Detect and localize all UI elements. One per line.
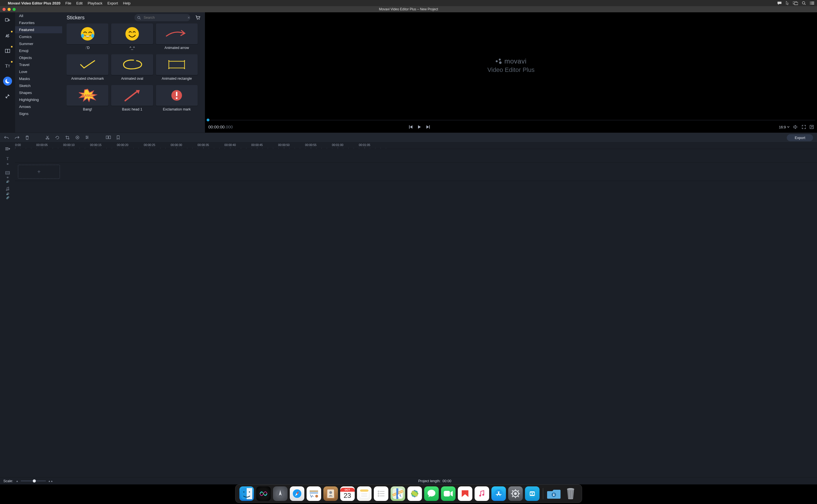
clear-search-icon[interactable]: × — [187, 15, 190, 20]
video-visibility-icon[interactable]: 👁 — [6, 176, 9, 179]
sticker-excl[interactable]: Exclamation mark — [156, 85, 198, 111]
tray-spotlight-icon[interactable] — [802, 1, 806, 5]
clip-properties-icon[interactable] — [85, 135, 89, 140]
mute-icon[interactable] — [794, 125, 798, 129]
undo-icon[interactable] — [4, 136, 9, 140]
sidebar-item-comics[interactable]: Comics — [15, 33, 62, 40]
sidebar-item-all[interactable]: All — [15, 12, 62, 19]
split-icon[interactable] — [45, 135, 50, 140]
sidebar-item-travel[interactable]: Travel — [15, 61, 62, 68]
track-header-audio[interactable]: 🔊🔗 — [0, 187, 15, 199]
dock-facetime[interactable] — [441, 486, 455, 501]
scale-slider-thumb[interactable] — [33, 479, 36, 482]
menu-file[interactable]: File — [65, 1, 71, 5]
sidebar-item-featured[interactable]: Featured — [15, 26, 62, 33]
menu-help[interactable]: Help — [123, 1, 130, 5]
dock-contacts[interactable] — [323, 486, 338, 501]
audio-mute-icon[interactable]: 🔊 — [6, 192, 9, 195]
dock-launchpad[interactable] — [273, 486, 288, 501]
timeline-ruler[interactable]: 00:00:0000:00:0500:00:1000:00:1500:00:20… — [15, 143, 817, 149]
track-header-titles[interactable]: T 👁 — [0, 155, 15, 167]
sidebar-item-love[interactable]: Love — [15, 68, 62, 75]
crop-icon[interactable] — [65, 135, 70, 140]
export-button[interactable]: Export — [787, 134, 813, 141]
video-audio-icon[interactable]: 🔊 — [6, 180, 9, 183]
scale-slider[interactable] — [21, 481, 46, 481]
sidebar-item-sketch[interactable]: Sketch — [15, 82, 62, 89]
sticker-joy[interactable]: :'D — [67, 23, 108, 50]
search-input[interactable] — [141, 16, 187, 20]
menubar-app-name[interactable]: Movavi Video Editor Plus 2020 — [8, 1, 60, 5]
sticker-rect[interactable]: Animated rectangle — [156, 54, 198, 81]
menu-export[interactable]: Export — [107, 1, 118, 5]
fullscreen-icon[interactable] — [802, 125, 806, 129]
sidebar-item-shapes[interactable]: Shapes — [15, 89, 62, 96]
rail-filters[interactable] — [3, 31, 12, 40]
dock-trash[interactable] — [563, 486, 578, 501]
play-icon[interactable] — [417, 125, 421, 129]
video-track[interactable]: + — [15, 162, 817, 181]
menu-edit[interactable]: Edit — [76, 1, 83, 5]
dock-calendar[interactable]: OCT 23 — [340, 486, 355, 501]
sticker-bang[interactable]: BANG! Bang! — [67, 85, 108, 111]
dock-photos[interactable] — [407, 486, 422, 501]
sidebar-item-masks[interactable]: Masks — [15, 75, 62, 82]
color-adjust-icon[interactable] — [75, 135, 79, 140]
search-box[interactable]: × — [134, 14, 190, 21]
audio-link-icon[interactable]: 🔗 — [6, 196, 9, 199]
dock-systemprefs[interactable] — [508, 486, 523, 501]
marker-icon[interactable] — [116, 135, 120, 140]
sticker-oval[interactable]: Animated oval — [111, 54, 153, 81]
add-media-placeholder[interactable]: + — [18, 165, 60, 179]
titles-visibility-icon[interactable]: 👁 — [6, 163, 9, 166]
next-frame-icon[interactable] — [426, 125, 430, 129]
audio-track[interactable] — [15, 181, 817, 193]
menu-playback[interactable]: Playback — [88, 1, 102, 5]
sticker-check[interactable]: Animated checkmark — [67, 54, 108, 81]
sidebar-item-favorites[interactable]: Favorites — [15, 19, 62, 26]
track-header-video[interactable]: 👁🔊 — [0, 167, 15, 187]
sidebar-item-highlighting[interactable]: Highlighting — [15, 96, 62, 103]
sticker-head1[interactable]: Basic head 1 — [111, 85, 153, 111]
dock-music[interactable] — [475, 486, 489, 501]
playhead-dot[interactable] — [207, 119, 210, 121]
detach-preview-icon[interactable] — [810, 125, 814, 129]
dock-siri[interactable] — [256, 486, 271, 501]
sidebar-item-objects[interactable]: Objects — [15, 54, 62, 61]
playhead-track[interactable] — [205, 119, 817, 121]
zoom-out-icon[interactable]: ▲ — [16, 480, 18, 482]
zoom-in-icon[interactable]: ▲▲ — [48, 480, 53, 482]
sidebar-item-emoji[interactable]: Emoji — [15, 47, 62, 54]
aspect-ratio-selector[interactable]: 16:9 — [779, 125, 790, 129]
tray-chat-icon[interactable] — [777, 1, 782, 5]
prev-frame-icon[interactable] — [409, 125, 413, 129]
rail-stickers[interactable] — [3, 77, 12, 86]
dock-notes[interactable] — [357, 486, 372, 501]
titles-track[interactable] — [15, 149, 817, 162]
rotate-icon[interactable] — [55, 135, 60, 140]
dock-appstore[interactable] — [491, 486, 506, 501]
rail-import[interactable] — [3, 16, 12, 25]
add-track-icon[interactable] — [5, 147, 10, 150]
store-cart-icon[interactable] — [195, 15, 200, 20]
rail-titles[interactable]: TT — [3, 62, 12, 70]
dock-messages[interactable] — [424, 486, 439, 501]
tray-display-icon[interactable] — [793, 1, 798, 5]
rail-transitions[interactable] — [3, 46, 12, 55]
tray-menu-icon[interactable] — [810, 1, 814, 5]
rail-more-tools[interactable] — [3, 92, 12, 101]
close-window-button[interactable] — [3, 8, 6, 11]
dock-reminders[interactable] — [374, 486, 388, 501]
sidebar-item-summer[interactable]: Summer — [15, 40, 62, 47]
sticker-smile[interactable]: ^_^ — [111, 23, 153, 50]
sidebar-item-signs[interactable]: Signs — [15, 110, 62, 117]
tray-cursor-icon[interactable] — [786, 1, 789, 5]
sticker-arrow[interactable]: Animated arrow — [156, 23, 198, 50]
dock-news[interactable] — [458, 486, 472, 501]
minimize-window-button[interactable] — [8, 8, 11, 11]
sidebar-item-arrows[interactable]: Arrows — [15, 103, 62, 110]
timeline[interactable]: 00:00:0000:00:0500:00:1000:00:1500:00:20… — [15, 143, 817, 477]
dock-movavi[interactable] — [525, 486, 539, 501]
redo-icon[interactable] — [15, 136, 20, 140]
dock-maps[interactable] — [391, 486, 405, 501]
